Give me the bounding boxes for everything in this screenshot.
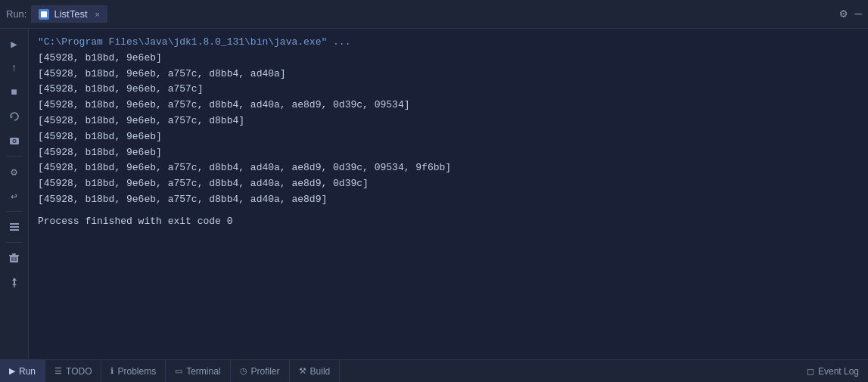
play-button[interactable]: ▶ [4,33,25,54]
stop-button[interactable]: ■ [4,82,25,103]
settings-icon[interactable]: ⚙ [840,8,848,20]
run-tab-label: Run [19,366,36,377]
settings-button[interactable]: ⚙ [4,161,25,182]
profiler-tab[interactable]: ◷ Profiler [231,360,290,382]
svg-rect-0 [41,11,47,17]
terminal-tab-icon: ▭ [175,366,182,376]
event-log-label: Event Log [818,366,859,377]
left-toolbar: ▶ ↑ ■ ⚙ ↩ [0,29,29,359]
console-line-cmd: "C:\Program Files\Java\jdk1.8.0_131\bin\… [38,35,859,51]
profiler-tab-icon: ◷ [240,366,247,376]
console-line-l7: [45928, b18bd, 9e6eb] [38,145,859,161]
console-line-l9: [45928, b18bd, 9e6eb, a757c, d8bb4, ad40… [38,176,859,192]
tab-file-icon [39,9,49,20]
separator-1 [6,156,23,157]
todo-tab[interactable]: ☰ TODO [45,360,101,382]
console-line-l5: [45928, b18bd, 9e6eb, a757c, d8bb4] [38,113,859,129]
event-log-button[interactable]: ◻ Event Log [798,360,868,382]
build-tab-icon: ⚒ [299,366,306,376]
top-bar-right: ⚙ — [840,8,862,20]
console-line-l1: [45928, b18bd, 9e6eb] [38,51,859,67]
console-line-finish: Process finished with exit code 0 [38,214,859,230]
console-line-l2: [45928, b18bd, 9e6eb, a757c, d8bb4, ad40… [38,67,859,82]
bottom-bar: ▶ Run ☰ TODO ℹ Problems ▭ Terminal ◷ Pro… [0,359,868,382]
svg-rect-5 [10,226,19,228]
run-label: Run: [6,8,26,20]
run-tab-icon: ▶ [9,366,15,376]
terminal-tab-label: Terminal [186,366,220,377]
top-bar-left: Run: ListTest × [6,5,107,23]
run-tab[interactable]: ▶ Run [0,360,45,382]
pin-button[interactable] [4,272,25,293]
layers-button[interactable] [4,216,25,238]
svg-rect-4 [10,223,19,225]
tab-close-button[interactable]: × [95,10,100,19]
todo-tab-label: TODO [66,366,92,377]
problems-tab-icon: ℹ [110,366,114,376]
revert-button[interactable]: ↩ [4,185,25,207]
console-line-l8: [45928, b18bd, 9e6eb, a757c, d8bb4, ad40… [38,160,859,176]
up-button[interactable]: ↑ [4,57,25,79]
tab-label: ListTest [54,8,87,20]
problems-tab[interactable]: ℹ Problems [101,360,166,382]
profiler-tab-label: Profiler [251,366,280,377]
build-tab[interactable]: ⚒ Build [290,360,341,382]
svg-rect-6 [10,229,19,231]
rerun-button[interactable] [4,106,25,127]
delete-button[interactable] [4,247,25,269]
top-bar: Run: ListTest × ⚙ — [0,0,868,29]
console-line-l10: [45928, b18bd, 9e6eb, a757c, d8bb4, ad40… [38,192,859,208]
svg-rect-9 [9,255,19,256]
terminal-tab[interactable]: ▭ Terminal [166,360,230,382]
console-line-l4: [45928, b18bd, 9e6eb, a757c, d8bb4, ad40… [38,98,859,113]
list-test-tab[interactable]: ListTest × [31,5,107,23]
console-line-l6: [45928, b18bd, 9e6eb] [38,129,859,145]
todo-tab-icon: ☰ [54,366,62,376]
minimize-icon[interactable]: — [854,8,862,20]
camera-button[interactable] [4,130,25,151]
svg-rect-8 [12,253,16,255]
separator-2 [6,211,23,212]
console-output[interactable]: "C:\Program Files\Java\jdk1.8.0_131\bin\… [29,29,868,359]
separator-3 [6,242,23,243]
console-line-l3: [45928, b18bd, 9e6eb, a757c] [38,82,859,98]
problems-tab-label: Problems [117,366,156,377]
svg-point-3 [13,140,15,142]
event-log-icon: ◻ [807,366,814,377]
build-tab-label: Build [310,366,331,377]
main-content: ▶ ↑ ■ ⚙ ↩ [0,29,868,359]
